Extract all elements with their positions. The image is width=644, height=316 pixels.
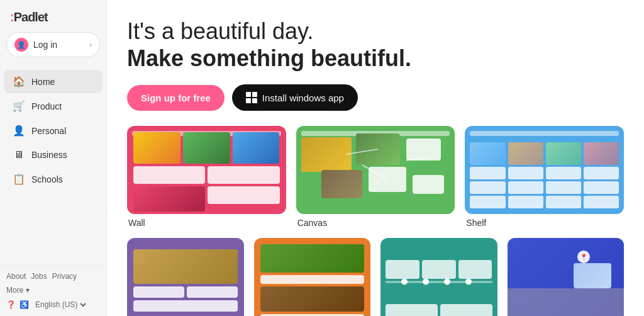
- install-button[interactable]: Install windows app: [232, 84, 358, 111]
- gallery-item-timeline[interactable]: [380, 238, 497, 316]
- hero-section: It's a beautiful day. Make something bea…: [127, 18, 624, 72]
- shelf-label: Shelf: [465, 218, 624, 228]
- map-thumb: 📍: [508, 238, 625, 316]
- login-chevron-icon: ›: [89, 40, 92, 49]
- sidebar-item-business-label: Business: [31, 150, 67, 160]
- canvas-lines: [296, 126, 455, 214]
- gallery-item-stream[interactable]: [254, 238, 371, 316]
- gallery-item-grid[interactable]: [127, 238, 244, 316]
- gallery-item-shelf[interactable]: Shelf: [465, 126, 624, 228]
- sidebar-item-home[interactable]: 🏠 Home: [4, 70, 103, 93]
- sidebar-item-personal-label: Personal: [31, 126, 66, 136]
- svg-line-2: [406, 157, 425, 161]
- jobs-link[interactable]: Jobs: [31, 272, 47, 281]
- canvas-content: [296, 126, 455, 214]
- grid-thumb: [127, 238, 244, 316]
- more-link[interactable]: More ▾: [6, 286, 30, 295]
- stream-thumb: [254, 238, 371, 316]
- wall-thumb: [127, 126, 286, 214]
- login-avatar: 👤: [14, 38, 28, 52]
- shelf-thumb: [465, 126, 624, 214]
- wall-label: Wall: [127, 218, 286, 228]
- sidebar-bottom: About Jobs Privacy More ▾ ❓ ♿ English (U…: [0, 265, 106, 316]
- sidebar-item-personal[interactable]: 👤 Personal: [4, 119, 103, 142]
- footer-actions: ❓ ♿ English (US): [6, 300, 100, 310]
- personal-icon: 👤: [13, 125, 25, 137]
- gallery-item-wall[interactable]: Wall: [127, 126, 286, 228]
- cta-buttons: Sign up for free Install windows app: [127, 84, 624, 111]
- home-icon: 🏠: [13, 76, 25, 87]
- gallery-row-1: Wall: [127, 126, 624, 228]
- signup-button[interactable]: Sign up for free: [127, 85, 225, 111]
- sidebar-item-schools[interactable]: 📋 Schools: [4, 167, 103, 191]
- hero-line1: It's a beautiful day.: [127, 18, 624, 45]
- canvas-label: Canvas: [296, 218, 455, 228]
- sidebar-nav: 🏠 Home 🛒 Product 👤 Personal 🖥 Business 📋…: [0, 67, 106, 265]
- sidebar: :Padlet 👤 Log in › 🏠 Home 🛒 Product 👤 Pe…: [0, 0, 107, 316]
- accessibility-icon[interactable]: ♿: [19, 300, 29, 309]
- about-link[interactable]: About: [6, 272, 26, 281]
- svg-line-1: [362, 165, 387, 179]
- schools-icon: 📋: [13, 173, 25, 185]
- login-label: Log in: [33, 40, 57, 50]
- privacy-link[interactable]: Privacy: [52, 272, 77, 281]
- hero-line2: Make something beautiful.: [127, 45, 624, 72]
- timeline-thumb: [380, 238, 497, 316]
- svg-line-0: [347, 149, 378, 154]
- language-select[interactable]: English (US): [33, 300, 88, 310]
- sidebar-item-schools-label: Schools: [31, 174, 63, 184]
- gallery-item-canvas[interactable]: Canvas: [296, 126, 455, 228]
- main-content: It's a beautiful day. Make something bea…: [107, 0, 644, 316]
- gallery-row-2: 📍: [127, 238, 624, 316]
- app-logo: :Padlet: [0, 0, 106, 32]
- canvas-thumb: [296, 126, 455, 214]
- sidebar-item-home-label: Home: [31, 77, 55, 87]
- login-button[interactable]: 👤 Log in ›: [6, 32, 100, 57]
- product-icon: 🛒: [13, 100, 25, 112]
- footer-links: About Jobs Privacy More ▾: [6, 272, 100, 295]
- windows-icon: [246, 92, 257, 103]
- business-icon: 🖥: [13, 149, 25, 161]
- help-icon[interactable]: ❓: [6, 300, 16, 309]
- sidebar-item-business[interactable]: 🖥 Business: [4, 144, 103, 166]
- gallery-item-map[interactable]: 📍: [508, 238, 625, 316]
- sidebar-item-product[interactable]: 🛒 Product: [4, 94, 103, 118]
- sidebar-item-product-label: Product: [31, 101, 62, 111]
- install-button-label: Install windows app: [262, 93, 344, 103]
